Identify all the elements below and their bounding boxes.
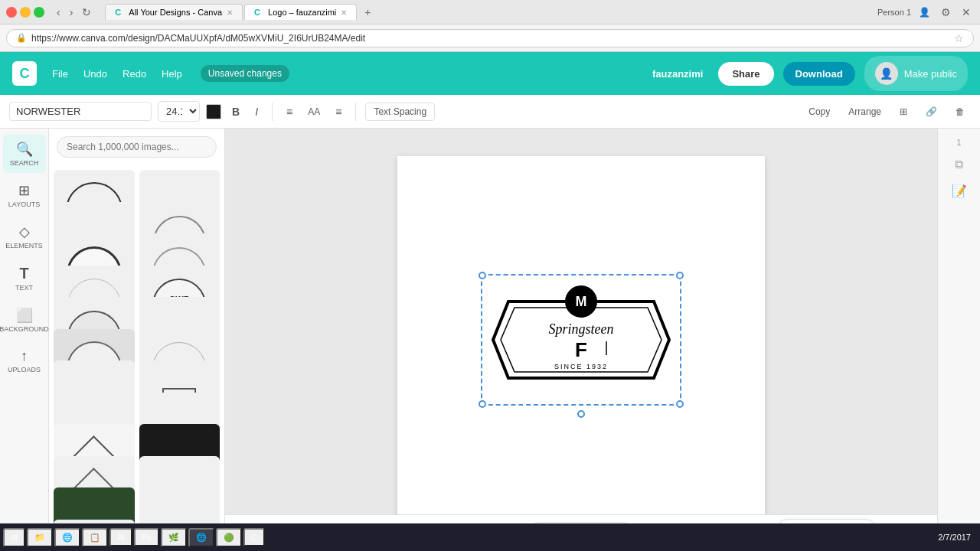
copy-page-icon[interactable]: ⧉ — [950, 153, 968, 176]
make-public-button[interactable]: 👤 Make public — [864, 56, 968, 91]
italic-button[interactable]: I — [250, 103, 263, 121]
search-icon: 🔍 — [16, 141, 33, 158]
resize-handle-bl[interactable] — [479, 400, 486, 408]
taskbar-file-explorer[interactable]: 📁 — [27, 528, 53, 547]
taskbar-app-3[interactable]: C — [243, 528, 265, 546]
list-button[interactable]: ≡ — [331, 103, 346, 121]
address-bar-row: 🔒 https://www.canva.com/design/DACMaUUXp… — [0, 24, 980, 52]
tab-bar: C All Your Designs - Canva ✕ C Logo – fa… — [105, 4, 873, 20]
maximize-button[interactable] — [34, 7, 44, 18]
sidebar-elements-label: ELEMENTS — [5, 242, 43, 249]
sidebar-item-text[interactable]: T TEXT — [3, 259, 46, 298]
sidebar-item-background[interactable]: ⬜ BACKGROUND — [3, 301, 46, 339]
tab-favicon-2: C — [254, 8, 263, 17]
text-icon: T — [19, 265, 28, 282]
link-button[interactable]: 🔗 — [920, 103, 943, 120]
tab-logo-edit[interactable]: C Logo – fauzanzimi ✕ — [244, 4, 357, 20]
logo-design-element[interactable]: M Springsteen F SINCE 1932 — [485, 279, 677, 401]
close-button[interactable] — [6, 7, 17, 18]
taskbar-app-2[interactable]: 🟢 — [216, 528, 242, 547]
canva-toolbar: C File Undo Redo Help Unsaved changes fa… — [0, 52, 980, 95]
canvas-page[interactable]: M Springsteen F SINCE 1932 — [397, 156, 765, 523]
menu-file[interactable]: File — [46, 65, 74, 83]
grid-view-button[interactable]: ⊞ — [893, 103, 913, 120]
search-input[interactable] — [57, 136, 217, 158]
start-button[interactable]: ⊞ — [3, 528, 25, 547]
profile-button[interactable]: 👤 — [916, 5, 933, 19]
taskbar-illustrator[interactable]: Ai — [109, 528, 132, 546]
taskbar-time: 2/7/2017 — [932, 533, 977, 542]
close-browser-button[interactable]: ✕ — [959, 5, 974, 20]
user-avatar: 👤 — [875, 62, 898, 85]
download-button[interactable]: Download — [783, 62, 855, 86]
new-tab-button[interactable]: + — [361, 5, 374, 20]
refresh-button[interactable]: ↻ — [79, 5, 94, 20]
bookmark-icon[interactable]: ☆ — [954, 32, 964, 44]
color-picker[interactable] — [206, 104, 221, 119]
font-name-field[interactable] — [9, 102, 152, 121]
canvas-area: M Springsteen F SINCE 1932 + Add a new p… — [225, 129, 937, 551]
copy-button[interactable]: Copy — [802, 103, 836, 120]
sidebar-layouts-label: LAYOUTS — [8, 201, 40, 208]
format-toolbar: 24.1 B I ≡ AA ≡ Text Spacing Copy Arrang… — [0, 95, 980, 129]
svg-text:M: M — [576, 294, 587, 309]
sidebar-text-label: TEXT — [15, 284, 33, 292]
font-size-field[interactable]: 24.1 — [158, 101, 200, 122]
tab-close-2[interactable]: ✕ — [341, 8, 347, 17]
browser-chrome: ‹ › ↻ C All Your Designs - Canva ✕ C Log… — [0, 0, 980, 24]
share-button[interactable]: Share — [718, 62, 773, 86]
svg-text:Springsteen: Springsteen — [549, 321, 614, 337]
menu-undo[interactable]: Undo — [77, 65, 113, 83]
notes-icon[interactable]: 📝 — [947, 179, 972, 203]
taskbar-chrome-2[interactable]: 🌐 — [188, 528, 214, 547]
settings-button[interactable]: ⚙ — [938, 5, 954, 20]
tab-title-1: All Your Designs - Canva — [129, 8, 222, 17]
back-button[interactable]: ‹ — [54, 5, 64, 20]
sidebar-search-label: SEARCH — [10, 159, 39, 167]
minimize-button[interactable] — [20, 7, 31, 18]
rotate-handle[interactable] — [577, 410, 585, 418]
layouts-icon: ⊞ — [18, 182, 30, 199]
main-layout: 🔍 SEARCH ⊞ LAYOUTS ◇ ELEMENTS T TEXT ⬜ B… — [0, 129, 980, 551]
taskbar-notepad[interactable]: 📋 — [82, 528, 108, 547]
sidebar-item-elements[interactable]: ◇ ELEMENTS — [3, 217, 46, 256]
text-case-button[interactable]: AA — [303, 103, 325, 120]
taskbar-chrome[interactable]: 🌐 — [54, 528, 80, 547]
taskbar-app-1[interactable]: 🌿 — [161, 528, 187, 547]
page-number: 1 — [956, 138, 961, 147]
sidebar-background-label: BACKGROUND — [0, 325, 49, 333]
window-controls — [6, 7, 44, 18]
sidebar-item-layouts[interactable]: ⊞ LAYOUTS — [3, 176, 46, 214]
svg-text:SINCE 1932: SINCE 1932 — [554, 363, 608, 370]
tab-close-1[interactable]: ✕ — [227, 8, 233, 17]
delete-button[interactable]: 🗑 — [949, 103, 971, 120]
tab-all-designs[interactable]: C All Your Designs - Canva ✕ — [105, 4, 243, 20]
align-button[interactable]: ≡ — [282, 103, 297, 121]
unsaved-indicator: Unsaved changes — [201, 65, 289, 82]
resize-handle-br[interactable] — [676, 400, 684, 408]
right-sidebar: 1 ⧉ 📝 — [937, 129, 980, 551]
tab-title-2: Logo – fauzanzimi — [268, 8, 336, 17]
svg-text:F: F — [575, 338, 587, 361]
tab-favicon-1: C — [115, 8, 124, 17]
make-public-label: Make public — [904, 68, 957, 80]
search-panel: FRISCO GROUND PRODUCTS FREE MORGANS — — … — [49, 129, 225, 551]
format-right-actions: Copy Arrange ⊞ 🔗 🗑 — [802, 103, 971, 120]
logo-grid: FRISCO GROUND PRODUCTS FREE MORGANS — — … — [49, 165, 224, 551]
address-bar[interactable]: 🔒 https://www.canva.com/design/DACMaUUXp… — [6, 29, 974, 47]
menu-help[interactable]: Help — [155, 65, 188, 83]
person-label: Person 1 — [877, 8, 911, 17]
uploads-icon: ↑ — [21, 348, 28, 364]
menu-redo[interactable]: Redo — [116, 65, 152, 83]
taskbar: ⊞ 📁 🌐 📋 Ai Ps 🌿 🌐 🟢 C 2/7/2017 — [0, 523, 980, 551]
browser-navigation: ‹ › ↻ — [54, 5, 94, 20]
resize-handle-tr[interactable] — [676, 272, 684, 279]
sidebar-item-uploads[interactable]: ↑ UPLOADS — [3, 342, 46, 380]
sidebar-item-search[interactable]: 🔍 SEARCH — [3, 135, 46, 173]
logo-svg: M Springsteen F SINCE 1932 — [485, 279, 677, 401]
arrange-button[interactable]: Arrange — [842, 103, 887, 120]
taskbar-photoshop[interactable]: Ps — [134, 528, 159, 546]
forward-button[interactable]: › — [67, 5, 77, 20]
text-spacing-button[interactable]: Text Spacing — [365, 103, 435, 121]
bold-button[interactable]: B — [227, 103, 244, 121]
